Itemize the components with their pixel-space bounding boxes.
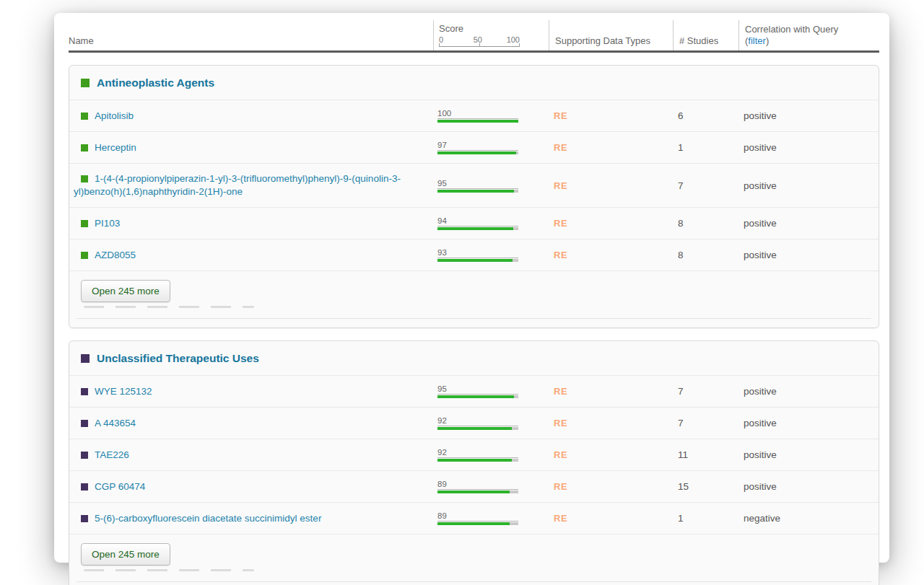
score-bar-fill: [437, 259, 513, 262]
name-cell: WYE 125132: [69, 385, 432, 398]
data-type-RE-badge: RE: [554, 250, 567, 260]
score-bar: [437, 522, 518, 525]
studies-count: 11: [672, 449, 738, 460]
score-value: 93: [437, 248, 518, 258]
score-tick-50: 50: [474, 35, 482, 44]
score-axis: 0 50 100: [439, 35, 520, 47]
studies-count: 6: [672, 110, 738, 121]
result-row: TAE226 92 RE 11 positive: [69, 439, 879, 470]
column-header-studies: # Studies: [673, 20, 738, 50]
studies-count: 8: [672, 218, 738, 229]
studies-column-label: # Studies: [679, 35, 738, 47]
collapsed-rows-dashes: [84, 569, 254, 571]
score-cell: 100: [432, 109, 548, 123]
studies-count: 15: [672, 481, 738, 492]
result-row: WYE 125132 95 RE 7 positive: [69, 375, 879, 407]
category-color-marker: [81, 113, 88, 120]
supporting-types-cell: RE: [548, 449, 672, 460]
result-name-link[interactable]: A 443654: [95, 418, 136, 428]
correlation-value: positive: [738, 418, 879, 428]
score-bar-fill: [437, 395, 514, 398]
name-column-label: Name: [69, 35, 433, 47]
score-bar: [437, 120, 518, 123]
score-bar: [437, 491, 518, 493]
result-name-link[interactable]: WYE 125132: [95, 386, 152, 397]
category-color-marker: [81, 175, 88, 182]
name-cell: AZD8055: [69, 249, 432, 262]
filter-link[interactable]: filter: [748, 35, 766, 46]
result-row: A 443654 92 RE 7 positive: [69, 407, 879, 439]
open-more-row: Open 245 more: [69, 534, 879, 577]
name-cell: 1-(4-(4-propionylpiperazin-1-yl)-3-(trif…: [69, 172, 432, 198]
result-row: AZD8055 93 RE 8 positive: [69, 239, 879, 270]
score-bar-fill: [437, 427, 512, 430]
data-type-RE-badge: RE: [554, 513, 567, 524]
category-color-marker: [81, 252, 88, 259]
score-value: 95: [437, 179, 518, 189]
open-more-button[interactable]: Open 245 more: [81, 280, 170, 302]
supporting-types-cell: RE: [548, 142, 672, 153]
score-bar: [437, 427, 518, 430]
score-cell: 93: [432, 248, 548, 262]
result-name-link[interactable]: CGP 60474: [95, 481, 145, 492]
score-bar: [437, 151, 518, 154]
correlation-value: positive: [738, 386, 879, 397]
category-color-marker: [81, 354, 90, 363]
score-value: 97: [437, 141, 518, 151]
score-cell: 94: [432, 216, 548, 230]
score-cell: 92: [432, 448, 548, 462]
category-color-marker: [81, 483, 88, 491]
correlation-value: negative: [738, 513, 879, 524]
category-color-marker: [81, 220, 88, 227]
result-name-link[interactable]: Apitolisib: [95, 110, 134, 121]
result-row: PI103 94 RE 8 positive: [69, 207, 879, 239]
supporting-types-cell: RE: [548, 250, 672, 260]
supporting-types-cell: RE: [548, 513, 672, 524]
score-bar: [437, 259, 518, 262]
category-color-marker: [81, 452, 88, 459]
studies-count: 7: [672, 180, 738, 191]
score-cell: 97: [432, 141, 548, 154]
supporting-column-label: Supporting Data Types: [555, 35, 673, 47]
result-row: Apitolisib 100 RE 6 positive: [69, 100, 879, 131]
result-row: 5-(6)-carboxyfluorescein diacetate succi…: [69, 502, 879, 534]
result-name-link[interactable]: AZD8055: [95, 250, 136, 260]
open-more-row: Open 245 more: [69, 270, 879, 314]
group-title-link[interactable]: Unclassified Therapeutic Uses: [97, 352, 259, 365]
result-row: 1-(4-(4-propionylpiperazin-1-yl)-3-(trif…: [69, 163, 879, 207]
result-name-link[interactable]: PI103: [95, 218, 120, 229]
studies-count: 8: [672, 250, 738, 260]
result-name-link[interactable]: TAE226: [95, 449, 129, 460]
group-title-link[interactable]: Antineoplastic Agents: [97, 76, 214, 89]
score-bar: [437, 227, 518, 230]
score-column-label: Score: [439, 23, 549, 35]
result-name-link[interactable]: 5-(6)-carboxyfluorescein diacetate succi…: [95, 513, 321, 524]
studies-count: 7: [672, 418, 738, 428]
table-header: Name Score 0 50 100 Supporting Data Type…: [69, 20, 879, 53]
score-bar-fill: [437, 151, 516, 154]
correlation-value: positive: [738, 449, 879, 460]
group-footer-divider: [77, 581, 871, 582]
supporting-types-cell: RE: [548, 418, 672, 428]
result-name-link[interactable]: 1-(4-(4-propionylpiperazin-1-yl)-3-(trif…: [74, 173, 401, 197]
group-antineoplastic-agents: Antineoplastic Agents Apitolisib 100 RE …: [69, 65, 879, 328]
group-unclassified-therapeutic-uses: Unclassified Therapeutic Uses WYE 125132…: [69, 340, 879, 585]
name-cell: Herceptin: [69, 141, 432, 154]
score-value: 92: [437, 416, 518, 426]
score-cell: 95: [432, 384, 548, 398]
score-value: 92: [437, 448, 518, 458]
column-header-name: Name: [69, 20, 433, 50]
data-type-RE-badge: RE: [554, 481, 567, 492]
open-more-button[interactable]: Open 245 more: [81, 543, 170, 566]
score-bar-fill: [437, 190, 514, 193]
result-row: Herceptin 97 RE 1 positive: [69, 131, 879, 163]
supporting-types-cell: RE: [548, 110, 672, 121]
studies-count: 1: [672, 142, 738, 153]
correlation-value: positive: [738, 180, 879, 191]
score-value: 89: [437, 480, 518, 490]
correlation-value: positive: [738, 218, 879, 229]
score-bar-fill: [437, 120, 518, 123]
score-cell: 89: [432, 480, 548, 493]
group-header: Antineoplastic Agents: [69, 66, 879, 100]
result-name-link[interactable]: Herceptin: [95, 142, 136, 153]
